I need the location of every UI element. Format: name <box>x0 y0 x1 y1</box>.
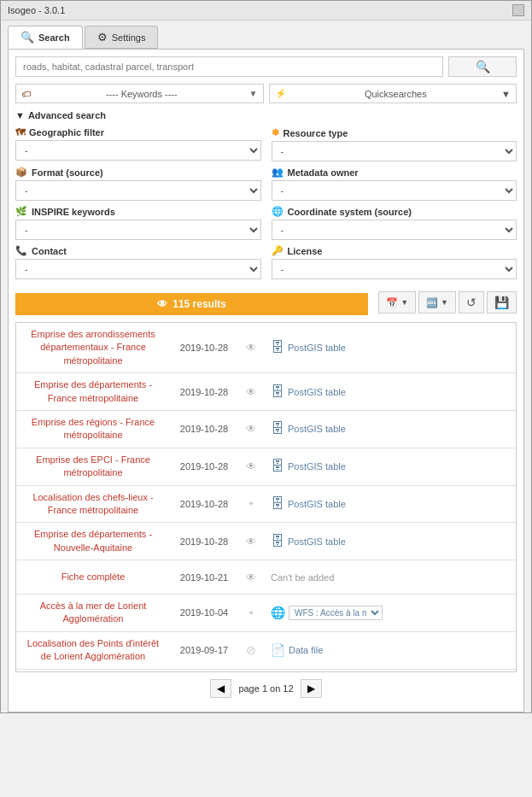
tab-search-label: Search <box>38 32 70 43</box>
settings-tab-icon: ⚙ <box>97 31 108 44</box>
postgis-icon: 🗄 <box>271 340 284 355</box>
main-content: 🔍 🏷 ---- Keywords ---- ▼ ⚡ Quicksearches… <box>8 49 524 712</box>
result-title[interactable]: Emprise des EPCI - France métropolitaine <box>16 448 170 485</box>
metadata-owner-select[interactable]: - <box>272 180 517 201</box>
result-type: 🗄 PostGIS table <box>264 381 516 403</box>
search-input[interactable] <box>15 56 443 77</box>
geographic-select[interactable]: - <box>15 140 261 161</box>
result-title[interactable]: Fiche complète <box>16 566 170 589</box>
list-item: Emprise des EPCI - France métropolitaine… <box>16 448 516 486</box>
results-bar[interactable]: 👁 115 results <box>15 293 368 315</box>
result-date: 2019-10-21 <box>170 572 238 583</box>
alpha-icon: 🔤 <box>426 297 438 308</box>
format-select[interactable]: - <box>15 180 261 201</box>
postgis-icon: 🗄 <box>271 459 284 474</box>
calendar-icon: 📅 <box>386 297 398 308</box>
coordinate-filter: 🌐 Coordinate system (source) - <box>272 206 517 240</box>
advanced-arrow-icon: ▼ <box>15 110 25 120</box>
file-icon: 📄 <box>271 643 285 657</box>
tab-settings-label: Settings <box>112 32 146 43</box>
keywords-label: ---- Keywords ---- <box>106 89 178 99</box>
result-title[interactable]: Accès à la mer de Lorient Agglomération <box>16 595 170 631</box>
inspire-icon: 🌿 <box>15 206 27 217</box>
keywords-select[interactable]: 🏷 ---- Keywords ---- ▼ <box>15 84 264 103</box>
advanced-label: Advanced search <box>28 110 106 120</box>
refresh-icon: ↺ <box>466 296 476 309</box>
result-eye-icon: 👁 <box>238 423 264 435</box>
sort-date-arrow-icon: ▼ <box>400 298 408 307</box>
geographic-filter: 🗺 Geographic filter - <box>15 127 261 161</box>
format-label: Format (source) <box>32 167 103 178</box>
postgis-icon: 🗄 <box>271 496 284 512</box>
geo-filter-icon: 🗺 <box>15 127 25 138</box>
result-eye-icon: 👁 <box>238 342 264 354</box>
title-bar: Isogeo - 3.0.1 <box>1 1 531 21</box>
save-icon: 💾 <box>494 296 509 309</box>
result-type: 🗄 PostGIS table <box>264 418 516 440</box>
list-item: Fiche complète 2019-10-21 👁 Can't be add… <box>16 560 516 595</box>
wfs-dropdown[interactable]: WFS : Accès à la mer Lorient Agglom <box>289 606 383 620</box>
pagination: ◀ page 1 on 12 ▶ <box>15 672 517 705</box>
coordinate-select[interactable]: - <box>272 220 517 240</box>
resource-type-icon: ❄ <box>272 127 279 138</box>
refresh-button[interactable]: ↺ <box>459 291 484 314</box>
result-title[interactable]: Emprise des régions - France métropolita… <box>16 411 170 448</box>
contact-select[interactable]: - <box>15 259 261 279</box>
quicksearches-label: Quicksearches <box>365 89 427 99</box>
quicksearches-arrow-icon: ▼ <box>501 89 511 99</box>
window-controls[interactable] <box>512 4 524 16</box>
save-button[interactable]: 💾 <box>487 291 517 314</box>
result-date: 2019-10-04 <box>170 607 238 618</box>
resource-type-select[interactable]: - <box>272 141 517 161</box>
result-type-wfs: 🌐 WFS : Accès à la mer Lorient Agglom <box>264 602 516 624</box>
list-item: Emprise des départements - France métrop… <box>16 373 516 411</box>
tab-search[interactable]: 🔍 Search <box>8 26 83 49</box>
sort-alpha-button[interactable]: 🔤 ▼ <box>418 291 456 314</box>
advanced-search-header[interactable]: ▼ Advanced search <box>15 110 517 120</box>
result-eye-icon: 👁 <box>238 386 264 398</box>
format-icon: 📦 <box>15 167 27 178</box>
result-date: 2019-09-17 <box>170 645 238 655</box>
sort-date-button[interactable]: 📅 ▼ <box>378 291 416 314</box>
results-list: Emprise des arrondissements départementa… <box>15 322 517 672</box>
metadata-owner-filter: 👥 Metadata owner - <box>272 167 517 201</box>
result-eye-icon: 👁 <box>238 460 264 472</box>
license-filter: 🔑 License - <box>272 245 517 279</box>
result-title[interactable]: Localisation des chefs-lieux - France mé… <box>16 486 170 523</box>
search-button-icon: 🔍 <box>476 60 490 73</box>
result-date: 2019-10-28 <box>170 536 238 547</box>
license-select[interactable]: - <box>272 259 517 279</box>
list-item: Localisation des chefs-lieux - France mé… <box>16 486 516 524</box>
keywords-arrow-icon: ▼ <box>249 89 258 98</box>
search-bar: 🔍 <box>15 56 517 77</box>
format-filter: 📦 Format (source) - <box>15 167 261 201</box>
result-title[interactable]: Localisation des Points d'intérêt de Lor… <box>16 632 170 669</box>
result-type: 🗄 PostGIS table <box>264 530 516 553</box>
prev-page-button[interactable]: ◀ <box>210 679 231 698</box>
lightning-icon: ⚡ <box>275 88 287 99</box>
quicksearches-select[interactable]: ⚡ Quicksearches ▼ <box>269 84 517 103</box>
inspire-select[interactable]: - <box>15 220 261 240</box>
action-buttons: 📅 ▼ 🔤 ▼ ↺ 💾 <box>378 291 517 314</box>
coordinate-icon: 🌐 <box>272 206 284 217</box>
search-button[interactable]: 🔍 <box>448 56 517 77</box>
result-title[interactable]: Emprise des arrondissements départementa… <box>16 323 170 372</box>
result-date: 2019-10-28 <box>170 424 238 434</box>
postgis-icon: 🗄 <box>271 384 284 400</box>
list-item: Localisation des Points d'intérêt de Lor… <box>16 632 516 670</box>
results-count: 115 results <box>172 298 226 310</box>
result-title[interactable]: Emprise des départements - Nouvelle-Aqui… <box>16 523 170 560</box>
filter-grid: 🗺 Geographic filter - ❄ Resource type - <box>15 127 517 279</box>
tab-settings[interactable]: ⚙ Settings <box>85 26 159 49</box>
eye-icon: 👁 <box>157 298 167 310</box>
result-type-cant-add: Can't be added <box>264 569 516 586</box>
next-page-button[interactable]: ▶ <box>301 679 322 698</box>
advanced-search-section: ▼ Advanced search 🗺 Geographic filter - <box>15 110 517 279</box>
result-title[interactable]: Emprise des départements - France métrop… <box>16 373 170 410</box>
inspire-filter: 🌿 INSPIRE keywords - <box>15 206 261 240</box>
results-toolbar: 👁 115 results 📅 ▼ 🔤 ▼ ↺ 💾 <box>15 286 517 319</box>
result-star-icon: ✦ <box>238 608 264 618</box>
list-item: Emprise des régions - France métropolita… <box>16 411 516 448</box>
main-window: Isogeo - 3.0.1 🔍 Search ⚙ Settings 🔍 🏷 -… <box>0 0 532 713</box>
tab-bar: 🔍 Search ⚙ Settings <box>1 21 531 49</box>
